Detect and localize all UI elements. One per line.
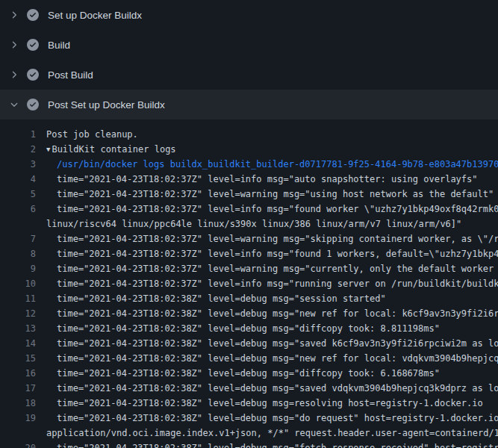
check-circle-icon xyxy=(27,99,39,111)
step-section-header[interactable]: Set up Docker Buildx xyxy=(0,0,498,30)
log-line-number[interactable]: 8 xyxy=(10,246,36,261)
chevron-right-icon[interactable] xyxy=(9,69,19,80)
log-line-text: time="2021-04-23T18:02:38Z" level=debug … xyxy=(57,336,498,351)
log-line-number[interactable]: 12 xyxy=(10,306,36,321)
log-line-text: time="2021-04-23T18:02:37Z" level=warnin… xyxy=(57,187,494,202)
log-line[interactable]: application/vnd.oci.image.index.v1+json,… xyxy=(0,426,498,441)
log-line[interactable]: 20 time="2021-04-23T18:02:38Z" level=deb… xyxy=(0,441,498,448)
log-line[interactable]: 19 time="2021-04-23T18:02:38Z" level=deb… xyxy=(0,411,498,426)
log-line-text: time="2021-04-23T18:02:38Z" level=debug … xyxy=(57,321,440,336)
log-line-text: /usr/bin/docker logs buildx_buildkit_bui… xyxy=(57,157,498,172)
log-line-text: Post job cleanup. xyxy=(46,127,138,142)
log-line-number[interactable]: 17 xyxy=(10,381,36,396)
log-line-number[interactable]: 6 xyxy=(10,202,36,217)
step-section-header[interactable]: Post Build xyxy=(0,60,498,90)
check-circle-icon xyxy=(27,9,39,21)
log-line-text: BuildKit container logs xyxy=(52,142,175,157)
log-line-number[interactable] xyxy=(10,217,36,231)
log-line[interactable]: 1 Post job cleanup. xyxy=(0,127,498,142)
log-line-text: time="2021-04-23T18:02:38Z" level=debug … xyxy=(57,306,498,321)
log-line[interactable]: 4 time="2021-04-23T18:02:37Z" level=info… xyxy=(0,172,498,187)
log-line[interactable]: 9 time="2021-04-23T18:02:37Z" level=warn… xyxy=(0,261,498,276)
chevron-down-icon[interactable] xyxy=(9,99,19,110)
log-line-text: time="2021-04-23T18:02:38Z" level=debug … xyxy=(57,291,386,306)
log-line-number[interactable]: 13 xyxy=(10,321,36,336)
step-title: Build xyxy=(48,40,70,51)
log-line-number[interactable]: 5 xyxy=(10,187,36,202)
log-line-number[interactable]: 14 xyxy=(10,336,36,351)
log-line-number[interactable]: 11 xyxy=(10,291,36,306)
step-sections: Set up Docker Buildx Build Post Build xyxy=(0,0,498,119)
log-line-text: time="2021-04-23T18:02:37Z" level=info m… xyxy=(57,202,498,217)
log-line[interactable]: 18 time="2021-04-23T18:02:38Z" level=deb… xyxy=(0,396,498,411)
log-line-number[interactable]: 18 xyxy=(10,396,36,411)
log-line-text: time="2021-04-23T18:02:37Z" level=warnin… xyxy=(57,231,498,246)
check-circle-icon xyxy=(27,69,39,81)
log-line-text: time="2021-04-23T18:02:38Z" level=debug … xyxy=(57,396,483,411)
log-line-text: time="2021-04-23T18:02:38Z" level=debug … xyxy=(57,351,498,366)
log-line[interactable]: 5 time="2021-04-23T18:02:37Z" level=warn… xyxy=(0,187,498,202)
workflow-log-viewer: Set up Docker Buildx Build Post Build xyxy=(0,0,498,448)
log-line-number[interactable]: 15 xyxy=(10,351,36,366)
log-line-text: time="2021-04-23T18:02:38Z" level=debug … xyxy=(57,411,498,426)
log-line[interactable]: 7 time="2021-04-23T18:02:37Z" level=warn… xyxy=(0,231,498,246)
log-area: 1 Post job cleanup. 2 ▼BuildKit containe… xyxy=(0,119,498,448)
log-line-number[interactable]: 20 xyxy=(10,441,36,448)
log-line-number[interactable]: 2 xyxy=(10,142,36,157)
log-line-number[interactable]: 7 xyxy=(10,231,36,246)
log-line-number[interactable] xyxy=(10,426,36,441)
log-line[interactable]: 8 time="2021-04-23T18:02:37Z" level=info… xyxy=(0,246,498,261)
log-line-text: time="2021-04-23T18:02:38Z" level=debug … xyxy=(57,441,498,448)
chevron-right-icon[interactable] xyxy=(9,10,19,20)
log-line-number[interactable]: 10 xyxy=(10,276,36,291)
log-line-number[interactable]: 16 xyxy=(10,366,36,381)
log-line-number[interactable]: 3 xyxy=(10,157,36,172)
log-line[interactable]: 15 time="2021-04-23T18:02:38Z" level=deb… xyxy=(0,351,498,366)
chevron-right-icon[interactable] xyxy=(9,40,19,50)
log-line-text: time="2021-04-23T18:02:37Z" level=warnin… xyxy=(57,261,498,276)
group-toggle-icon[interactable]: ▼ xyxy=(46,142,50,157)
log-line-text: time="2021-04-23T18:02:37Z" level=info m… xyxy=(57,172,478,187)
log-line-text: time="2021-04-23T18:02:37Z" level=info m… xyxy=(57,246,498,261)
log-line-number[interactable]: 1 xyxy=(10,127,36,142)
log-line-text: time="2021-04-23T18:02:38Z" level=debug … xyxy=(57,381,498,396)
step-title: Post Set up Docker Buildx xyxy=(48,99,165,111)
log-line[interactable]: 14 time="2021-04-23T18:02:38Z" level=deb… xyxy=(0,336,498,351)
log-line-text: time="2021-04-23T18:02:37Z" level=info m… xyxy=(57,276,498,291)
log-line[interactable]: linux/riscv64 linux/ppc64le linux/s390x … xyxy=(0,217,498,231)
log-line-text: application/vnd.oci.image.index.v1+json,… xyxy=(46,426,498,441)
log-line[interactable]: 16 time="2021-04-23T18:02:38Z" level=deb… xyxy=(0,366,498,381)
log-line[interactable]: 2 ▼BuildKit container logs xyxy=(0,142,498,157)
log-line-text: linux/riscv64 linux/ppc64le linux/s390x … xyxy=(46,217,461,231)
log-line[interactable]: 6 time="2021-04-23T18:02:37Z" level=info… xyxy=(0,202,498,217)
log-line-number[interactable]: 4 xyxy=(10,172,36,187)
log-line[interactable]: 11 time="2021-04-23T18:02:38Z" level=deb… xyxy=(0,291,498,306)
step-title: Set up Docker Buildx xyxy=(48,10,142,21)
step-section-header[interactable]: Post Set up Docker Buildx xyxy=(0,90,498,119)
log-line[interactable]: 3 /usr/bin/docker logs buildx_buildkit_b… xyxy=(0,157,498,172)
check-circle-icon xyxy=(27,39,39,51)
step-section-header[interactable]: Build xyxy=(0,30,498,60)
log-line-text: time="2021-04-23T18:02:38Z" level=debug … xyxy=(57,366,440,381)
log-line[interactable]: 13 time="2021-04-23T18:02:38Z" level=deb… xyxy=(0,321,498,336)
log-line-number[interactable]: 9 xyxy=(10,261,36,276)
log-line[interactable]: 17 time="2021-04-23T18:02:38Z" level=deb… xyxy=(0,381,498,396)
log-line[interactable]: 12 time="2021-04-23T18:02:38Z" level=deb… xyxy=(0,306,498,321)
log-line-number[interactable]: 19 xyxy=(10,411,36,426)
step-title: Post Build xyxy=(48,69,93,81)
log-line[interactable]: 10 time="2021-04-23T18:02:37Z" level=inf… xyxy=(0,276,498,291)
